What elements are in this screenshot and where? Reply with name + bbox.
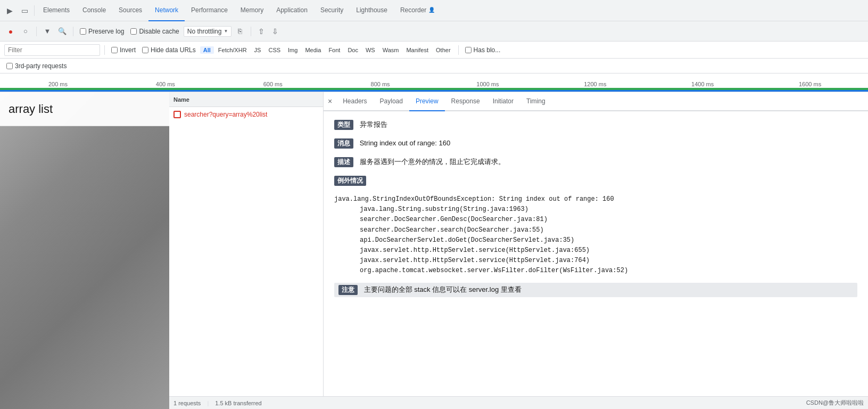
device-toolbar-icon[interactable]: ▭ bbox=[17, 3, 32, 18]
stack-line-3: searcher.DocSearcher.search(DocSearcher.… bbox=[334, 225, 857, 235]
tab-security[interactable]: Security bbox=[314, 0, 350, 21]
stack-line-7: org.apache.tomcat.websocket.server.WsFil… bbox=[334, 266, 857, 276]
timeline-label-200: 200 ms bbox=[4, 81, 112, 87]
timeline-label-1400: 1400 ms bbox=[649, 81, 756, 87]
tab-preview[interactable]: Preview bbox=[409, 92, 445, 111]
screenshot-panel: array list bbox=[0, 92, 169, 409]
third-party-row: 3rd-party requests bbox=[0, 59, 868, 73]
close-details-button[interactable]: × bbox=[328, 97, 332, 105]
type-filter-buttons: All Fetch/XHR JS CSS Img Media Font Doc … bbox=[200, 46, 454, 54]
type-doc-button[interactable]: Doc bbox=[344, 46, 361, 54]
tab-response[interactable]: Response bbox=[445, 92, 486, 111]
request-error-icon bbox=[173, 111, 181, 118]
filter-icon[interactable]: ▼ bbox=[41, 25, 54, 38]
tab-timing[interactable]: Timing bbox=[520, 92, 552, 111]
preview-content: 类型 异常报告 消息 String index out of range: 16… bbox=[324, 111, 868, 396]
stack-line-4: api.DocSearcherServlet.doGet(DocSearcher… bbox=[334, 235, 857, 246]
invert-checkbox-group[interactable]: Invert bbox=[109, 46, 138, 54]
tab-performance[interactable]: Performance bbox=[185, 0, 234, 21]
tab-memory[interactable]: Memory bbox=[234, 0, 270, 21]
tab-elements[interactable]: Elements bbox=[37, 0, 76, 21]
screenshot-image bbox=[0, 92, 169, 409]
preview-description-section: 描述 服务器遇到一个意外的情况，阻止它完成请求。 bbox=[334, 157, 857, 167]
throttle-arrow-icon: ▼ bbox=[224, 29, 228, 34]
tab-console[interactable]: Console bbox=[76, 0, 112, 21]
type-value: 异常报告 bbox=[360, 120, 387, 128]
inspect-element-icon[interactable]: ▶ bbox=[2, 3, 17, 18]
type-ws-button[interactable]: WS bbox=[362, 46, 378, 54]
disable-cache-checkbox[interactable] bbox=[130, 28, 137, 35]
type-wasm-button[interactable]: Wasm bbox=[379, 46, 402, 54]
filter-input[interactable] bbox=[4, 44, 100, 56]
hide-data-urls-checkbox-group[interactable]: Hide data URLs bbox=[140, 46, 198, 54]
tab-divider bbox=[34, 5, 35, 16]
type-other-button[interactable]: Other bbox=[433, 46, 454, 54]
disable-cache-checkbox-group[interactable]: Disable cache bbox=[128, 28, 181, 35]
third-party-checkbox-group[interactable]: 3rd-party requests bbox=[4, 62, 69, 70]
watermark: CSDN@鲁大师啦啦啦 bbox=[806, 399, 864, 407]
timeline-label-800: 800 ms bbox=[327, 81, 434, 87]
wifi-icon[interactable]: ⎘ bbox=[234, 25, 246, 38]
type-fetch-xhr-button[interactable]: Fetch/XHR bbox=[215, 46, 250, 54]
tab-recorder[interactable]: Recorder 👤 bbox=[394, 0, 441, 21]
note-label: 注意 bbox=[338, 285, 358, 295]
table-row[interactable]: searcher?query=array%20list bbox=[169, 107, 323, 122]
tab-application[interactable]: Application bbox=[270, 0, 314, 21]
tab-lighthouse[interactable]: Lighthouse bbox=[350, 0, 394, 21]
status-bar: 1 requests | 1.5 kB transferred CSDN@鲁大师… bbox=[169, 396, 868, 409]
status-separator: | bbox=[207, 400, 209, 406]
filter-bar-divider bbox=[104, 45, 105, 55]
toolbar-separator-1 bbox=[36, 27, 37, 36]
tab-network[interactable]: Network bbox=[148, 0, 185, 21]
preserve-log-checkbox-group[interactable]: Preserve log bbox=[78, 28, 126, 35]
disable-cache-label: Disable cache bbox=[139, 28, 179, 35]
type-media-button[interactable]: Media bbox=[302, 46, 324, 54]
type-css-button[interactable]: CSS bbox=[265, 46, 284, 54]
type-font-button[interactable]: Font bbox=[325, 46, 343, 54]
search-icon[interactable]: 🔍 bbox=[56, 25, 69, 38]
has-blocked-checkbox-group[interactable]: Has blo... bbox=[463, 46, 503, 54]
network-toolbar: ● ○ ▼ 🔍 Preserve log Disable cache No th… bbox=[0, 21, 868, 42]
message-label: 消息 bbox=[334, 138, 353, 149]
has-blocked-label: Has blo... bbox=[474, 46, 501, 54]
tab-initiator[interactable]: Initiator bbox=[486, 92, 520, 111]
stack-line-2: searcher.DocSearcher.GenDesc(DocSearcher… bbox=[334, 215, 857, 225]
preview-note-section: 注意 主要问题的全部 stack 信息可以在 server.log 里查看 bbox=[334, 283, 857, 297]
record-button[interactable]: ● bbox=[4, 25, 17, 38]
timeline-progress bbox=[0, 89, 868, 92]
tab-sources[interactable]: Sources bbox=[112, 0, 148, 21]
tab-headers[interactable]: Headers bbox=[336, 92, 373, 111]
devtools-tab-bar: ▶ ▭ Elements Console Sources Network Per… bbox=[0, 0, 868, 21]
type-img-button[interactable]: Img bbox=[285, 46, 301, 54]
request-name[interactable]: searcher?query=array%20list bbox=[184, 111, 267, 118]
invert-label: Invert bbox=[120, 46, 136, 54]
toolbar-separator-3 bbox=[251, 27, 251, 36]
third-party-checkbox[interactable] bbox=[6, 63, 13, 69]
type-js-button[interactable]: JS bbox=[251, 46, 264, 54]
details-tabs: × Headers Payload Preview Response Initi… bbox=[324, 92, 868, 111]
requests-count: 1 requests bbox=[173, 400, 201, 406]
devtools-root: ▶ ▭ Elements Console Sources Network Per… bbox=[0, 0, 868, 409]
clear-button[interactable]: ○ bbox=[19, 25, 32, 38]
upload-button[interactable]: ⇧ bbox=[255, 26, 267, 37]
main-area: array list Name searcher?query=array%20l… bbox=[0, 92, 868, 409]
tab-payload[interactable]: Payload bbox=[374, 92, 409, 111]
invert-checkbox[interactable] bbox=[111, 47, 118, 53]
type-manifest-button[interactable]: Manifest bbox=[403, 46, 432, 54]
stack-line-6: javax.servlet.http.HttpServlet.service(H… bbox=[334, 256, 857, 266]
stack-line-1: java.lang.String.substring(String.java:1… bbox=[334, 204, 857, 215]
filter-bar-divider-2 bbox=[458, 45, 459, 55]
hide-data-urls-label: Hide data URLs bbox=[151, 46, 196, 54]
throttle-select[interactable]: No throttling ▼ bbox=[184, 26, 232, 37]
preserve-log-checkbox[interactable] bbox=[80, 28, 86, 35]
page-title: array list bbox=[9, 102, 53, 116]
timeline-label-1200: 1200 ms bbox=[541, 81, 649, 87]
has-blocked-checkbox[interactable] bbox=[465, 47, 472, 53]
message-value: String index out of range: 160 bbox=[360, 139, 451, 147]
timeline-blue-bar bbox=[0, 90, 868, 92]
name-column: Name searcher?query=array%20list bbox=[169, 92, 324, 396]
hide-data-urls-checkbox[interactable] bbox=[142, 47, 148, 53]
stack-line-5: javax.servlet.http.HttpServlet.service(H… bbox=[334, 246, 857, 256]
type-all-button[interactable]: All bbox=[200, 46, 214, 54]
download-button[interactable]: ⇩ bbox=[269, 26, 281, 37]
